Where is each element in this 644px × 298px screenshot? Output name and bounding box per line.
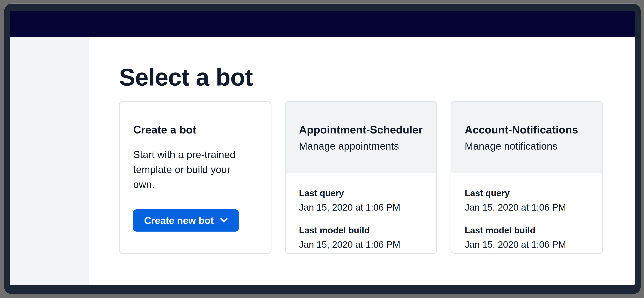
last-model-build-group: Last model build Jan 15, 2020 at 1:06 PM — [299, 225, 423, 250]
bot-card-account-notifications[interactable]: Account-Notifications Manage notificatio… — [450, 101, 603, 254]
last-query-group: Last query Jan 15, 2020 at 1:06 PM — [299, 188, 423, 213]
app-window: Select a bot Create a bot Start with a p… — [4, 4, 641, 294]
page-title: Select a bot — [119, 63, 604, 91]
top-nav-bar — [10, 11, 635, 37]
last-model-build-label: Last model build — [299, 225, 423, 235]
bot-card-body: Last query Jan 15, 2020 at 1:06 PM Last … — [451, 173, 602, 253]
bot-description: Manage appointments — [299, 140, 423, 152]
last-query-label: Last query — [299, 188, 423, 198]
create-bot-card-title: Create a bot — [133, 123, 257, 136]
sidebar — [10, 37, 89, 285]
bot-card-body: Last query Jan 15, 2020 at 1:06 PM Last … — [286, 173, 436, 253]
create-bot-card-description: Start with a pre-trained template or bui… — [133, 147, 250, 192]
bot-card-appointment-scheduler[interactable]: Appointment-Scheduler Manage appointment… — [285, 101, 437, 254]
bot-card-header: Account-Notifications Manage notificatio… — [451, 102, 602, 173]
create-new-bot-button-label: Create new bot — [144, 215, 214, 226]
bot-name: Account-Notifications — [465, 123, 589, 136]
create-bot-card: Create a bot Start with a pre-trained te… — [119, 101, 272, 254]
screen: Select a bot Create a bot Start with a p… — [10, 11, 635, 285]
last-query-label: Last query — [465, 188, 589, 198]
main-panel: Select a bot Create a bot Start with a p… — [89, 37, 635, 285]
last-query-group: Last query Jan 15, 2020 at 1:06 PM — [465, 188, 589, 213]
last-query-value: Jan 15, 2020 at 1:06 PM — [465, 202, 589, 213]
last-model-build-group: Last model build Jan 15, 2020 at 1:06 PM — [465, 225, 589, 250]
last-model-build-label: Last model build — [465, 225, 589, 235]
chevron-down-icon — [220, 218, 228, 223]
bot-card-header: Appointment-Scheduler Manage appointment… — [286, 102, 436, 173]
bot-name: Appointment-Scheduler — [299, 123, 423, 136]
last-model-build-value: Jan 15, 2020 at 1:06 PM — [299, 239, 423, 250]
content-area: Select a bot Create a bot Start with a p… — [10, 37, 635, 285]
last-model-build-value: Jan 15, 2020 at 1:06 PM — [465, 239, 589, 250]
create-new-bot-button[interactable]: Create new bot — [133, 209, 239, 232]
last-query-value: Jan 15, 2020 at 1:06 PM — [299, 202, 423, 213]
bot-description: Manage notifications — [465, 140, 589, 152]
bot-cards-row: Create a bot Start with a pre-trained te… — [119, 101, 604, 254]
